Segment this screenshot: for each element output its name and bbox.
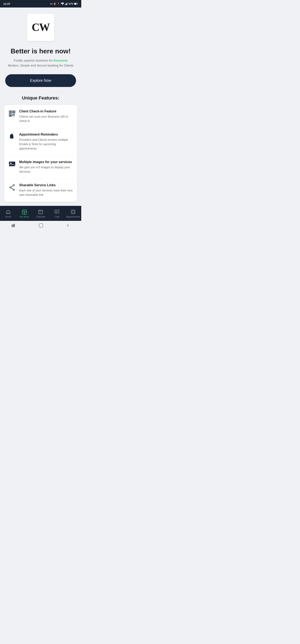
svg-rect-42 bbox=[12, 224, 12, 227]
nav-chat[interactable]: Chat bbox=[49, 209, 65, 218]
chat-icon bbox=[54, 209, 60, 214]
explore-now-button[interactable]: Explore Now bbox=[5, 74, 76, 87]
signal-icon bbox=[65, 2, 68, 5]
back-button[interactable] bbox=[66, 224, 70, 227]
nav-calendar[interactable]: Calendar bbox=[32, 209, 49, 218]
feature-share: Sharable Service Links Each one of your … bbox=[4, 179, 77, 202]
feature-reminders-desc: Providers and Clients receive multiple E… bbox=[19, 138, 73, 151]
mystore-icon bbox=[22, 209, 27, 214]
feature-share-text: Sharable Service Links Each one of your … bbox=[19, 183, 73, 197]
svg-point-33 bbox=[40, 212, 41, 212]
svg-rect-6 bbox=[74, 3, 76, 4]
svg-rect-17 bbox=[14, 115, 14, 116]
svg-rect-1 bbox=[65, 4, 66, 5]
main-content: CW Better is here now! Finally superior … bbox=[0, 8, 81, 206]
feature-images: Multiple images for your services We giv… bbox=[4, 156, 77, 179]
feature-checkin-title: Client Check-in Feature bbox=[19, 110, 73, 113]
battery-text: 57% bbox=[69, 2, 73, 5]
status-time: 11:27 bbox=[3, 2, 10, 6]
svg-point-19 bbox=[10, 163, 11, 164]
features-card: Client Check-in Feature Clients can scan… bbox=[4, 105, 77, 202]
battery-icon bbox=[74, 3, 78, 5]
svg-rect-9 bbox=[10, 111, 11, 112]
nav-appointments[interactable]: Appointments bbox=[65, 209, 81, 218]
hero-title: Better is here now! bbox=[8, 47, 73, 55]
recent-apps-button[interactable] bbox=[12, 224, 16, 227]
nav-mystore-label: My Store bbox=[20, 216, 29, 218]
subtitle-body: Modern, Simple and Secure booking for Cl… bbox=[8, 64, 73, 67]
hero-section: Better is here now! Finally superior bus… bbox=[8, 47, 73, 68]
svg-rect-7 bbox=[77, 3, 78, 4]
svg-rect-18 bbox=[9, 162, 15, 166]
status-bar: 11:27 🗝 🔇 📍 57% bbox=[0, 0, 81, 8]
features-title: Unique Features: bbox=[22, 95, 59, 101]
nav-home[interactable]: Home bbox=[0, 209, 16, 218]
svg-rect-43 bbox=[13, 224, 13, 227]
mute-icon: 🔇 bbox=[53, 2, 56, 5]
logo-letters: CW bbox=[32, 22, 49, 33]
qr-code-icon bbox=[8, 110, 16, 118]
subtitle-prefix: Finally superior business for bbox=[14, 58, 53, 62]
svg-rect-11 bbox=[13, 111, 14, 112]
feature-share-desc: Each one of your services have their ver… bbox=[19, 188, 73, 197]
image-icon bbox=[8, 160, 16, 168]
svg-line-24 bbox=[11, 188, 13, 189]
location-icon: 📍 bbox=[57, 2, 60, 5]
hero-subtitle: Finally superior business for Everyone M… bbox=[8, 58, 73, 68]
svg-rect-14 bbox=[12, 114, 13, 115]
svg-point-35 bbox=[39, 213, 40, 214]
svg-point-22 bbox=[13, 189, 14, 190]
feature-checkin-text: Client Check-in Feature Clients can scan… bbox=[19, 110, 73, 123]
svg-point-0 bbox=[62, 4, 63, 5]
svg-point-36 bbox=[40, 213, 41, 214]
bottom-navigation: Home My Store bbox=[0, 206, 81, 221]
status-icons: 🗝 🔇 📍 57% bbox=[50, 2, 78, 5]
svg-rect-45 bbox=[39, 224, 43, 227]
svg-point-20 bbox=[13, 184, 14, 186]
subtitle-highlight: Everyone bbox=[53, 58, 68, 62]
system-navigation bbox=[0, 221, 81, 230]
svg-rect-15 bbox=[14, 114, 14, 115]
wifi-icon bbox=[61, 2, 64, 5]
nav-calendar-label: Calendar bbox=[36, 216, 45, 218]
nav-appointments-label: Appointments bbox=[66, 216, 80, 218]
feature-checkin-desc: Clients can scan your Business QR to che… bbox=[19, 114, 73, 123]
feature-images-text: Multiple images for your services We giv… bbox=[19, 160, 73, 174]
nav-chat-label: Chat bbox=[54, 216, 59, 218]
svg-point-41 bbox=[72, 211, 74, 213]
feature-share-title: Sharable Service Links bbox=[19, 183, 73, 187]
feature-reminders-title: Appointment Reminders bbox=[19, 133, 73, 136]
appointments-icon bbox=[70, 209, 76, 214]
svg-rect-13 bbox=[10, 115, 11, 116]
feature-reminders: Appointment Reminders Providers and Clie… bbox=[4, 128, 77, 156]
feature-checkin: Client Check-in Feature Clients can scan… bbox=[4, 105, 77, 128]
key-icon: 🗝 bbox=[50, 2, 52, 5]
svg-point-34 bbox=[41, 212, 42, 212]
calendar-icon bbox=[38, 209, 43, 214]
svg-rect-2 bbox=[66, 4, 66, 5]
svg-rect-44 bbox=[14, 224, 15, 227]
svg-rect-4 bbox=[67, 2, 68, 5]
home-icon bbox=[5, 209, 11, 214]
app-logo: CW bbox=[27, 14, 54, 41]
svg-point-32 bbox=[39, 212, 40, 212]
svg-rect-3 bbox=[66, 3, 67, 5]
svg-rect-37 bbox=[55, 210, 59, 213]
svg-point-21 bbox=[10, 187, 11, 188]
svg-rect-16 bbox=[12, 115, 13, 116]
svg-line-23 bbox=[11, 186, 13, 187]
nav-mystore[interactable]: My Store bbox=[16, 209, 32, 218]
nav-home-label: Home bbox=[5, 216, 11, 218]
feature-images-desc: We give you 4-5 images to display your S… bbox=[19, 165, 73, 174]
home-button[interactable] bbox=[39, 223, 43, 228]
bell-icon bbox=[8, 133, 16, 140]
feature-reminders-text: Appointment Reminders Providers and Clie… bbox=[19, 133, 73, 151]
feature-images-title: Multiple images for your services bbox=[19, 160, 73, 164]
share-icon bbox=[8, 184, 16, 191]
